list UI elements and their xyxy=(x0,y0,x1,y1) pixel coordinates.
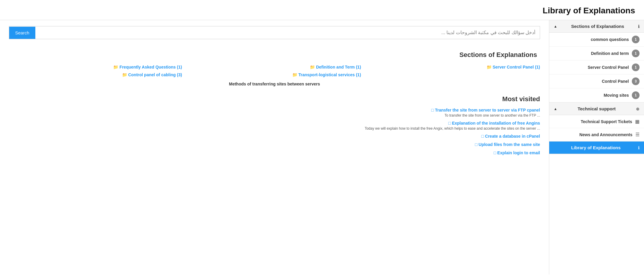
tech-item-tickets[interactable]: Technical Support Tickets ▦ xyxy=(549,115,644,128)
section-link-faq[interactable]: (Frequently Asked Questions (1 📁 xyxy=(9,65,182,69)
main-container: Search Sections of Explanations (Frequen… xyxy=(0,20,644,274)
visited-item-2: Explanation of the installation of free … xyxy=(9,120,540,131)
sidebar-library-info-icon: ℹ xyxy=(638,145,640,150)
sidebar-badge-server-control: 1 xyxy=(632,63,640,71)
sidebar-tech-globe-icon: ⊕ xyxy=(636,107,640,111)
sidebar-label-server-control: Server Control Panel xyxy=(588,65,629,70)
visited-item-5: Explain login to email □ xyxy=(9,150,540,155)
tickets-icon: ▦ xyxy=(635,119,640,124)
tech-label-news: News and Announcements xyxy=(580,132,632,137)
sidebar-item-moving-sites[interactable]: Moving sites 1 xyxy=(549,88,644,102)
sidebar-badge-common-questions: 1 xyxy=(632,36,640,43)
sidebar-sections-info-icon: ℹ xyxy=(638,24,640,29)
search-bar: Search xyxy=(9,26,540,39)
visited-link-1[interactable]: Transfer the site from server to server … xyxy=(431,108,540,112)
sidebar-library-header[interactable]: Library of Explanations ℹ xyxy=(549,142,644,154)
section-link-definition[interactable]: (Definition and Term (1 📁 xyxy=(188,65,361,69)
sidebar-badge-control-panel: 3 xyxy=(632,77,640,85)
sections-heading: Sections of Explanations xyxy=(9,51,540,59)
sidebar-label-common-questions: common questions xyxy=(591,37,629,42)
visited-desc-2: ... Today we will explain how to install… xyxy=(9,126,540,131)
visited-item-1: Transfer the site from server to server … xyxy=(9,107,540,117)
sidebar-label-moving-sites: Moving sites xyxy=(604,93,629,98)
visited-link-5[interactable]: Explain login to email □ xyxy=(494,150,540,155)
sidebar-sections-title: Sections of Explanations xyxy=(571,24,624,29)
sidebar-tech-header[interactable]: ▲ Technical support ⊕ xyxy=(549,103,644,115)
search-input[interactable] xyxy=(35,26,540,39)
sidebar-item-control-panel[interactable]: Control Panel 3 xyxy=(549,74,644,88)
most-visited-heading: Most visited xyxy=(9,95,540,103)
sidebar-label-control-panel: Control Panel xyxy=(602,79,629,84)
sidebar-badge-moving-sites: 1 xyxy=(632,91,640,99)
tech-chevron-icon[interactable]: ▲ xyxy=(554,107,557,111)
sections-grid: (Frequently Asked Questions (1 📁 (Defini… xyxy=(9,65,540,77)
sidebar-item-common-questions[interactable]: common questions 1 xyxy=(549,33,644,47)
sidebar: ▲ Sections of Explanations ℹ common ques… xyxy=(549,20,644,274)
section-link-transport[interactable]: (Transport-logistical services (1 📁 xyxy=(188,72,361,77)
content-area: Search Sections of Explanations (Frequen… xyxy=(0,20,549,274)
visited-item-3: Create a database in cPanel □ xyxy=(9,134,540,139)
sidebar-sections-header[interactable]: ▲ Sections of Explanations ℹ xyxy=(549,20,644,33)
visited-link-4[interactable]: Upload files from the same site □ xyxy=(475,142,540,147)
visited-link-3[interactable]: Create a database in cPanel □ xyxy=(481,134,540,139)
sidebar-tech-panel: ▲ Technical support ⊕ Technical Support … xyxy=(549,103,644,142)
sidebar-library-panel: Library of Explanations ℹ xyxy=(549,142,644,154)
sidebar-badge-definition: 1 xyxy=(632,50,640,57)
page-title: Library of Explanations xyxy=(543,6,635,15)
sidebar-sections-panel: ▲ Sections of Explanations ℹ common ques… xyxy=(549,20,644,103)
page-header: Library of Explanations xyxy=(0,0,644,20)
sidebar-tech-title: Technical support xyxy=(577,106,615,111)
search-button[interactable]: Search xyxy=(9,27,35,39)
methods-text: Methods of transferring sites between se… xyxy=(9,82,540,86)
sidebar-item-definition[interactable]: Definition and term 1 xyxy=(549,47,644,61)
section-link-server[interactable]: (Server Control Panel (1 📁 xyxy=(367,65,540,69)
tech-item-news[interactable]: News and Announcements ☰ xyxy=(549,128,644,141)
news-icon: ☰ xyxy=(635,132,640,137)
sidebar-item-server-control[interactable]: Server Control Panel 1 xyxy=(549,61,644,74)
sidebar-library-title: Library of Explanations xyxy=(571,145,621,150)
visited-item-4: Upload files from the same site □ xyxy=(9,142,540,147)
visited-desc-1: ... To transfer the site from one server… xyxy=(9,113,540,117)
tech-label-tickets: Technical Support Tickets xyxy=(581,119,632,124)
section-link-cabling[interactable]: (Control panel of cabling (3 📁 xyxy=(9,72,182,77)
sections-chevron-icon[interactable]: ▲ xyxy=(554,24,557,28)
sidebar-label-definition: Definition and term xyxy=(591,51,629,56)
visited-link-2[interactable]: Explanation of the installation of free … xyxy=(448,121,540,126)
